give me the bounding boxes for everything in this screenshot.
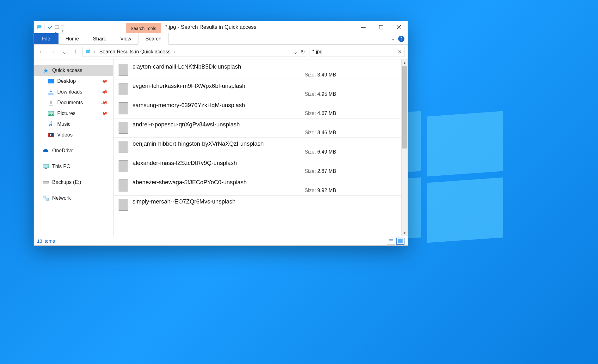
result-item[interactable]: andrei-r-popescu-qnXgPv84wsI-unsplashSiz… — [114, 118, 401, 138]
pin-icon: 📌 — [101, 88, 108, 95]
ribbon-expand-icon[interactable]: ⌄ — [391, 36, 395, 42]
vertical-scrollbar[interactable]: ▲ ▼ — [401, 59, 408, 236]
nav-label: Music — [57, 121, 71, 127]
result-item[interactable]: benjamin-hibbert-hingston-byXVrNaXQzI-un… — [114, 138, 401, 157]
pin-icon: 📌 — [101, 110, 108, 117]
scroll-up-icon[interactable]: ▲ — [402, 59, 408, 66]
nav-item-videos[interactable]: Videos — [34, 130, 113, 140]
svg-point-12 — [49, 112, 51, 113]
tab-share[interactable]: Share — [86, 33, 114, 44]
nav-label: Videos — [57, 132, 73, 138]
separator — [59, 238, 59, 244]
svg-rect-10 — [49, 100, 53, 106]
navigation-pane: Quick access Desktop📌Downloads📌Documents… — [34, 59, 114, 236]
details-view-button[interactable] — [387, 238, 395, 245]
nav-item-music[interactable]: Music — [34, 119, 113, 130]
desktop-icon — [48, 78, 54, 84]
svg-rect-20 — [398, 239, 403, 243]
thumbnail-icon — [119, 199, 128, 211]
svg-rect-19 — [46, 198, 49, 200]
title-bar[interactable]: Search Tools *.jpg - Search Results in Q… — [34, 21, 408, 33]
search-box[interactable]: ✕ — [310, 47, 404, 57]
separator — [45, 24, 45, 30]
drive-icon — [43, 179, 49, 185]
forward-button[interactable]: → — [48, 47, 57, 56]
result-filename: alexander-mass-lZSzcDtRy9Q-unsplash — [133, 160, 396, 167]
documents-icon — [48, 100, 54, 106]
nav-onedrive[interactable]: OneDrive — [34, 145, 113, 156]
nav-label: Pictures — [57, 111, 76, 116]
result-item[interactable]: abenezer-shewaga-5fJECoPYoC0-unsplashSiz… — [114, 176, 401, 196]
thumbnail-icon — [119, 122, 128, 134]
result-filename: samsung-memory-63976YzkHqM-unsplash — [133, 102, 396, 109]
results-pane: clayton-cardinalli-LcNKtNbB5Dk-unsplashS… — [114, 59, 408, 236]
clear-search-icon[interactable]: ✕ — [395, 49, 402, 55]
status-bar: 13 items — [34, 236, 408, 246]
result-filename: benjamin-hibbert-hingston-byXVrNaXQzI-un… — [133, 140, 396, 147]
chevron-right-icon[interactable]: › — [173, 50, 177, 54]
nav-network[interactable]: Network — [34, 193, 113, 203]
thumbnail-icon — [119, 141, 128, 153]
nav-item-pictures[interactable]: Pictures📌 — [34, 108, 113, 119]
tab-home[interactable]: Home — [59, 33, 86, 44]
recent-locations-button[interactable]: ⌄ — [60, 47, 69, 56]
search-input[interactable] — [312, 49, 395, 55]
tab-view[interactable]: View — [113, 33, 138, 44]
pc-icon — [43, 163, 49, 170]
back-button[interactable]: ← — [37, 47, 46, 56]
chevron-right-icon[interactable]: › — [93, 50, 97, 54]
nav-backups-drive[interactable]: Backups (E:) — [34, 177, 113, 188]
svg-rect-8 — [48, 83, 54, 83]
up-button[interactable]: ↑ — [71, 47, 80, 56]
result-item[interactable]: samsung-memory-63976YzkHqM-unsplashSize:… — [114, 99, 401, 118]
svg-marker-6 — [43, 68, 48, 73]
maximize-button[interactable] — [372, 21, 390, 33]
result-item[interactable]: clayton-cardinalli-LcNKtNbB5Dk-unsplashS… — [114, 61, 401, 80]
contextual-tab-search-tools[interactable]: Search Tools — [126, 23, 161, 33]
result-filename: simply-mersah--EO7ZQr6Mvs-unsplash — [133, 198, 396, 205]
file-menu[interactable]: File — [34, 33, 59, 44]
svg-rect-7 — [48, 79, 54, 83]
result-item[interactable]: alexander-mass-lZSzcDtRy9Q-unsplashSize:… — [114, 157, 401, 176]
result-filename: abenezer-shewaga-5fJECoPYoC0-unsplash — [133, 179, 396, 186]
minimize-button[interactable] — [354, 21, 372, 33]
new-folder-icon[interactable] — [54, 24, 60, 30]
help-icon[interactable]: ? — [398, 36, 404, 42]
ribbon-tabs: File Home Share View Search ⌄ ? — [34, 33, 408, 45]
nav-label: Quick access — [52, 68, 82, 73]
address-bar[interactable]: › Search Results in Quick access › ⌄ ↻ — [83, 47, 307, 57]
svg-rect-17 — [43, 181, 49, 183]
music-icon — [48, 121, 54, 127]
nav-item-documents[interactable]: Documents📌 — [34, 97, 113, 108]
thumbnails-view-button[interactable] — [396, 238, 404, 245]
pin-icon: 📌 — [101, 78, 108, 85]
tab-search[interactable]: Search — [138, 33, 169, 45]
result-item[interactable]: simply-mersah--EO7ZQr6Mvs-unsplash — [114, 196, 401, 213]
thumbnail-icon — [119, 102, 128, 114]
nav-label: OneDrive — [52, 148, 74, 154]
svg-rect-4 — [379, 25, 383, 29]
address-dropdown-icon[interactable]: ⌄ — [293, 49, 298, 55]
result-item[interactable]: evgeni-tcherkasski-m9FIXWpx6bI-unsplashS… — [114, 80, 401, 99]
nav-item-downloads[interactable]: Downloads📌 — [34, 87, 113, 97]
nav-quick-access[interactable]: Quick access — [34, 65, 113, 76]
cloud-icon — [43, 148, 49, 154]
properties-icon[interactable] — [47, 24, 53, 30]
nav-this-pc[interactable]: This PC — [34, 161, 113, 172]
nav-item-desktop[interactable]: Desktop📌 — [34, 76, 113, 87]
nav-label: Desktop — [57, 78, 76, 84]
result-filename: andrei-r-popescu-qnXgPv84wsI-unsplash — [133, 121, 396, 128]
scrollbar-thumb[interactable] — [402, 66, 407, 149]
downloads-icon — [48, 89, 54, 95]
close-button[interactable] — [390, 21, 408, 33]
svg-rect-3 — [361, 27, 366, 28]
thumbnail-icon — [119, 83, 128, 95]
breadcrumb[interactable]: Search Results in Quick access — [99, 49, 171, 55]
refresh-icon[interactable]: ↻ — [301, 49, 305, 55]
qat-customize-icon[interactable] — [61, 24, 67, 30]
result-size: Size: 6.49 MB — [305, 149, 396, 155]
result-size: Size: 3.46 MB — [305, 130, 396, 136]
nav-label: Documents — [57, 100, 83, 106]
scroll-down-icon[interactable]: ▼ — [402, 230, 408, 236]
result-filename: clayton-cardinalli-LcNKtNbB5Dk-unsplash — [133, 63, 396, 70]
